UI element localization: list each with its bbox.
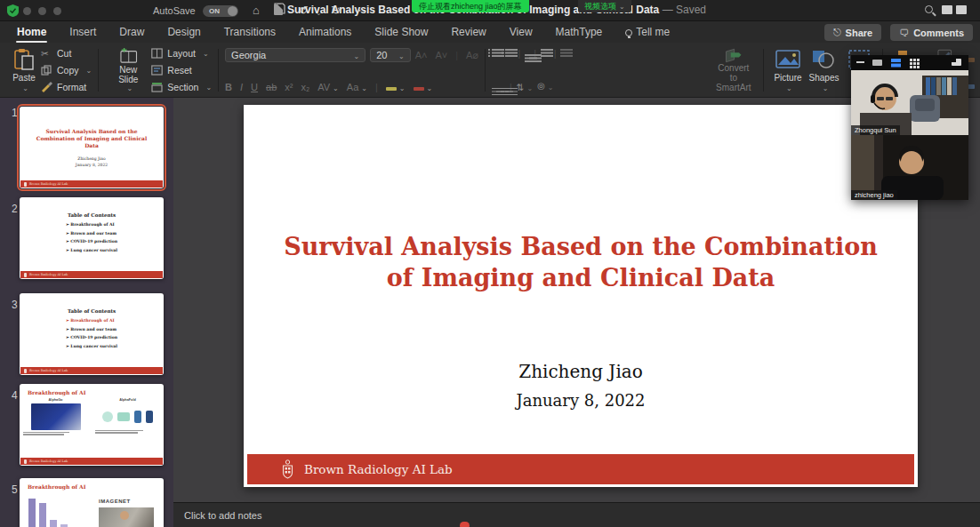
notes-placeholder[interactable]: Click to add notes	[173, 503, 980, 521]
italic-button[interactable]: I	[240, 82, 243, 92]
minimize-view-icon[interactable]	[856, 61, 864, 63]
highlight-color-button[interactable]	[386, 82, 406, 92]
columns-button[interactable]	[560, 48, 569, 59]
scissors-icon: ✂	[41, 48, 52, 59]
superscript-button[interactable]: x²	[285, 82, 293, 92]
tab-mathtype[interactable]: MathType	[555, 23, 604, 41]
numbering-button[interactable]	[505, 48, 514, 59]
tab-tell-me[interactable]: Tell me	[624, 23, 671, 41]
cut-button[interactable]: ✂Cut	[41, 48, 92, 59]
slide-date[interactable]: January 8, 2022	[244, 391, 918, 410]
strip-view-icon[interactable]	[891, 59, 901, 62]
document-icon	[274, 4, 283, 15]
slide-title[interactable]: Survival Analysis Based on the Combinati…	[277, 231, 884, 293]
thumbnail-slide-2[interactable]: Table of Contents ➢ Breakthrough of AI ➢…	[20, 197, 164, 279]
slide-number: 2	[12, 203, 18, 215]
alphafold-diagram	[100, 405, 156, 428]
copy-button[interactable]: Copy	[41, 65, 92, 76]
tab-view[interactable]: View	[509, 23, 534, 41]
paste-button[interactable]: Paste	[7, 47, 41, 93]
thumbnail-slide-4[interactable]: Breakthrough of AI AlphaGo AlphaFold Bro…	[20, 384, 164, 466]
font-size-select[interactable]: 20	[370, 48, 411, 62]
tab-insert[interactable]: Insert	[68, 23, 97, 41]
shapes-button[interactable]: Shapes	[806, 47, 843, 93]
font-color-icon	[414, 87, 424, 91]
search-icon[interactable]	[925, 5, 933, 13]
video-call-window[interactable]: Zhongqui Sun zhicheng jiao	[851, 55, 968, 200]
layout-icon	[151, 48, 163, 59]
character-spacing-button[interactable]: AV	[317, 82, 339, 92]
tab-transitions[interactable]: Transitions	[223, 23, 277, 41]
layout-button[interactable]: Layout	[151, 48, 212, 59]
slide-footer-bar[interactable]: Brown Radiology AI Lab	[247, 454, 914, 484]
video-tile-2[interactable]: zhicheng jiao	[851, 135, 968, 200]
slide-author[interactable]: Zhicheng Jiao	[244, 361, 918, 382]
tab-slide-show[interactable]: Slide Show	[374, 23, 429, 41]
underline-button[interactable]: U	[251, 82, 258, 92]
new-slide-button[interactable]: New Slide	[105, 47, 151, 93]
participant-2-name: zhicheng jiao	[851, 190, 897, 200]
tab-draw[interactable]: Draw	[118, 23, 145, 41]
gallery-view-icon[interactable]	[910, 59, 912, 61]
format-painter-button[interactable]: Format	[41, 82, 92, 92]
tab-home[interactable]: Home	[16, 23, 47, 41]
keyboard-icon[interactable]	[942, 5, 952, 14]
tab-animations[interactable]: Animations	[298, 23, 352, 41]
convert-smartart-button[interactable]: Convert toSmartArt	[710, 47, 757, 93]
section-button[interactable]: Section	[151, 82, 212, 92]
picture-button[interactable]: Picture	[770, 47, 805, 93]
slide-number: 4	[12, 389, 18, 402]
subscript-button[interactable]: x₂	[301, 82, 309, 92]
reset-icon	[151, 65, 163, 76]
comment-icon: 🗨	[899, 28, 909, 38]
slide-number: 3	[12, 299, 18, 311]
font-color-button[interactable]	[414, 82, 433, 92]
thumbnail-slide-5[interactable]: Breakthrough of AI IMAGENET	[20, 478, 164, 527]
comments-button[interactable]: 🗨Comments	[890, 24, 973, 41]
section-icon	[151, 82, 163, 92]
slide-editor[interactable]: Survival Analysis Based on the Combinati…	[244, 105, 918, 487]
clipboard-icon	[11, 48, 37, 71]
slide-number: 5	[12, 483, 18, 496]
imagenet-logo: IMAGENET	[99, 499, 164, 504]
video-options-button[interactable]: 视频选项	[578, 0, 631, 12]
text-direction-button[interactable]: ⇅	[517, 82, 534, 92]
tab-design[interactable]: Design	[166, 23, 201, 41]
brown-crest-icon	[281, 459, 294, 479]
camera-icon[interactable]	[956, 5, 967, 14]
line-spacing-button[interactable]	[541, 48, 550, 59]
picture-icon	[775, 48, 801, 71]
ribbon: Paste ✂Cut Copy Format New Slide Layout …	[0, 43, 980, 98]
clear-formatting-button[interactable]: A⌀	[466, 50, 478, 61]
popout-window-icon[interactable]	[952, 59, 961, 66]
thumb-footer: Brown Radiology AI Lab	[20, 458, 163, 465]
speaker-photo	[99, 507, 154, 527]
shapes-icon	[810, 48, 837, 71]
font-name-select[interactable]: Georgia	[225, 48, 365, 62]
share-button[interactable]: ⎋Share	[824, 24, 881, 41]
speaker-view-icon[interactable]	[872, 60, 882, 66]
alphago-photo	[31, 403, 81, 430]
tab-review[interactable]: Review	[450, 23, 486, 41]
change-case-button[interactable]: Aa	[347, 82, 367, 92]
bullets-button[interactable]	[492, 48, 501, 59]
lightbulb-icon	[625, 29, 632, 36]
thumbnail-slide-3[interactable]: Table of Contents ➢ Breakthrough of AI ➢…	[20, 293, 164, 375]
stop-watching-banner[interactable]: 停止观看zhicheng jiao的屏幕	[412, 0, 529, 12]
slide-thumbnail-panel: 1 Survival Analysis Based on the Combina…	[0, 98, 173, 527]
reset-button[interactable]: Reset	[151, 65, 212, 76]
thumb-footer: Brown Radiology AI Lab	[20, 367, 163, 374]
grow-font-button[interactable]: A˄	[415, 50, 428, 60]
bold-button[interactable]: B	[225, 82, 232, 92]
strikethrough-button[interactable]: ab	[266, 82, 277, 92]
video-tile-1[interactable]: Zhongqui Sun	[851, 70, 968, 135]
thumbnail-slide-1[interactable]: Survival Analysis Based on the Combinati…	[20, 107, 164, 188]
notes-pane[interactable]: Click to add notes	[173, 502, 980, 527]
participant-1-name: Zhongqui Sun	[851, 125, 900, 135]
shrink-font-button[interactable]: A˅	[435, 50, 447, 60]
align-text-button[interactable]: ⦾	[537, 81, 553, 92]
video-call-toolbar	[851, 55, 968, 70]
thumb-footer: Brown Radiology AI Lab	[20, 271, 163, 278]
share-icon: ⎋	[833, 27, 841, 38]
zoom-control-peek	[460, 522, 470, 527]
